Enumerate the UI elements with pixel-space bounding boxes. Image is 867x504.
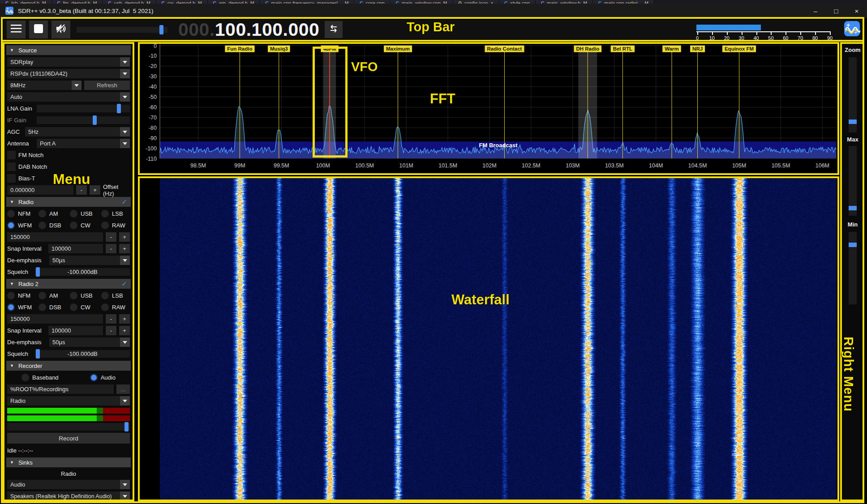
fm-notch-checkbox[interactable] — [7, 151, 16, 159]
mute-button[interactable] — [52, 21, 70, 38]
zoom-slider[interactable] — [849, 57, 857, 132]
max-slider[interactable] — [849, 146, 857, 216]
source-device-dropdown[interactable]: RSPdx (191106DA42) — [7, 69, 130, 78]
mode-lsb[interactable]: LSB — [101, 292, 130, 299]
snap-interval-input[interactable]: 100000 — [48, 244, 103, 253]
editor-tab[interactable]: Cmain_window.hM — [536, 0, 593, 4]
recorder-mode-baseband[interactable]: Baseband — [21, 374, 59, 381]
mode-raw[interactable]: RAW — [101, 222, 130, 229]
mode-usb[interactable]: USB — [70, 210, 99, 218]
editor-tab[interactable]: Ccore.cpp — [354, 0, 390, 4]
station-label[interactable]: Warm — [665, 46, 679, 51]
dab-notch-checkbox[interactable] — [7, 162, 16, 171]
editor-tab[interactable]: Cam_demod.hM — [208, 0, 260, 4]
bandwidth-minus-button[interactable]: - — [106, 314, 116, 324]
bandwidth-plus-button[interactable]: + — [119, 232, 130, 242]
radio-circle[interactable] — [70, 303, 77, 311]
editor-tab[interactable]: Cmain.cpp radio\...M — [593, 0, 654, 4]
editor-tab[interactable]: Cmain.cpp frequency_manager(...M — [260, 0, 354, 4]
editor-tab[interactable]: {}config.json× — [453, 0, 499, 4]
radio-circle[interactable] — [21, 374, 29, 381]
station-label[interactable]: Radio Contact — [487, 46, 522, 51]
snap-interval-input[interactable]: 100000 — [48, 326, 103, 335]
recorder-mode-audio[interactable]: Audio — [90, 374, 116, 381]
recorder-section-header[interactable]: ▼ Recorder — [6, 361, 131, 371]
fft-plot[interactable]: Fun RadioMusiq348FMMaximumRadio ContactD… — [140, 44, 837, 175]
radio-circle-selected[interactable] — [90, 374, 98, 381]
volume-slider[interactable] — [77, 27, 167, 33]
close-button[interactable]: × — [846, 4, 867, 18]
bias-t-checkbox[interactable] — [7, 174, 16, 183]
editor-tab[interactable]: Cstyle.cpp — [499, 0, 536, 4]
editor-tab[interactable]: Clsb_demod.hM — [0, 0, 52, 4]
bandwidth-input[interactable]: 150000 — [7, 314, 103, 324]
volume-slider-handle[interactable] — [159, 25, 163, 34]
record-button[interactable]: Record — [7, 433, 130, 444]
mode-usb[interactable]: USB — [70, 292, 99, 299]
station-label[interactable]: NRJ — [692, 46, 703, 51]
audio-device-dropdown[interactable]: Speakers (Realtek High Definition Audio) — [7, 491, 130, 500]
station-label[interactable]: 48FM — [323, 46, 336, 51]
radio-circle[interactable] — [101, 292, 109, 299]
sink-type-dropdown[interactable]: Audio — [7, 480, 130, 489]
if-gain-handle[interactable] — [93, 115, 97, 125]
recorder-stream-dropdown[interactable]: Radio — [7, 396, 130, 406]
max-slider-handle[interactable] — [849, 206, 857, 210]
radio-circle[interactable] — [7, 292, 15, 299]
stop-button[interactable] — [29, 21, 48, 38]
zoom-slider-handle[interactable] — [849, 120, 857, 124]
radio2-section-header[interactable]: ▼ Radio 2 ✓ — [6, 279, 131, 289]
snap-minus-button[interactable]: - — [106, 326, 116, 335]
station-label[interactable]: Equinox FM — [725, 46, 754, 51]
mode-nfm[interactable]: NFM — [7, 210, 36, 218]
bandwidth-input[interactable]: 150000 — [7, 232, 103, 242]
source-section-header[interactable]: ▼ Source — [6, 45, 131, 55]
radio-circle-selected[interactable] — [7, 222, 15, 229]
radio-circle[interactable] — [39, 303, 46, 311]
source-driver-dropdown[interactable]: SDRplay — [7, 57, 130, 67]
bandwidth-minus-button[interactable]: - — [106, 232, 116, 242]
minimize-button[interactable]: – — [805, 4, 826, 18]
min-slider[interactable] — [849, 232, 857, 304]
bandwidth-plus-button[interactable]: + — [119, 314, 130, 324]
mode-lsb[interactable]: LSB — [101, 210, 130, 218]
menu-toggle-button[interactable] — [7, 21, 26, 38]
mode-nfm[interactable]: NFM — [7, 292, 36, 299]
mode-dsb[interactable]: DSB — [39, 303, 67, 311]
squelch-slider[interactable]: -100.000dB — [35, 350, 130, 358]
radio-circle[interactable] — [7, 210, 15, 218]
lna-gain-slider[interactable] — [37, 105, 130, 112]
editor-tab[interactable]: Cmain_window.cppM — [391, 0, 453, 4]
bandwidth-dropdown[interactable]: 8MHz — [7, 81, 82, 90]
maximize-button[interactable]: □ — [826, 4, 846, 18]
gain-mode-dropdown[interactable]: Auto — [7, 92, 130, 102]
station-label[interactable]: Fun Radio — [227, 46, 252, 51]
if-gain-slider[interactable] — [37, 116, 130, 124]
waterfall-canvas[interactable] — [160, 178, 837, 500]
deemphasis-dropdown[interactable]: 50µs — [49, 337, 130, 347]
antenna-dropdown[interactable]: Port A — [37, 139, 130, 148]
tuning-mode-button[interactable] — [325, 21, 343, 38]
radio-circle[interactable] — [70, 292, 77, 299]
mode-am[interactable]: AM — [39, 210, 67, 218]
offset-plus-button[interactable]: + — [90, 185, 100, 195]
min-slider-handle[interactable] — [849, 243, 857, 247]
station-label[interactable]: Bel RTL — [613, 46, 632, 51]
mode-cw[interactable]: CW — [70, 303, 99, 311]
recording-path-input[interactable]: %ROOT%/Recordings — [7, 384, 114, 394]
station-label[interactable]: Musiq3 — [270, 46, 288, 51]
mode-wfm[interactable]: WFM — [7, 303, 36, 311]
radio-circle[interactable] — [39, 292, 46, 299]
close-icon[interactable]: × — [491, 0, 494, 4]
recorder-volume-slider[interactable] — [7, 423, 130, 431]
radio-circle[interactable] — [39, 210, 46, 218]
browse-button[interactable]: ... — [116, 384, 130, 394]
radio-circle-selected[interactable] — [7, 303, 15, 311]
station-label[interactable]: DH Radio — [576, 46, 599, 51]
mode-am[interactable]: AM — [39, 292, 67, 299]
mode-raw[interactable]: RAW — [101, 303, 130, 311]
radio-section-header[interactable]: ▼ Radio ✓ — [6, 197, 131, 207]
snap-minus-button[interactable]: - — [106, 244, 116, 253]
editor-tab[interactable]: Cusb_demod.hM — [103, 0, 156, 4]
frequency-display[interactable]: 000.100.100.000 — [178, 20, 319, 39]
